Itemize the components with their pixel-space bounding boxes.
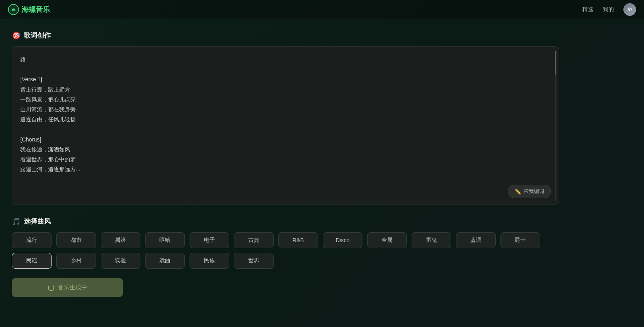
logo-text: 海螺音乐 [21,5,50,14]
genre-btn-蓝调[interactable]: 蓝调 [456,232,496,248]
lyrics-section-icon: 🎯 [12,31,21,40]
genre-btn-古典[interactable]: 古典 [234,232,274,248]
nav-featured[interactable]: 精选 [582,6,593,13]
lyrics-section-title: 歌词创作 [24,31,51,40]
lyrics-section-header: 🎯 歌词创作 [12,31,559,40]
genre-btn-电子[interactable]: 电子 [190,232,229,248]
genre-btn-世界[interactable]: 世界 [234,253,274,269]
top-nav: 精选 我的 Ih [582,3,636,16]
top-bar: 海螺音乐 精选 我的 Ih [0,0,644,19]
svg-point-1 [12,8,15,11]
lyrics-text[interactable]: 路 [Verse 1] 背上行囊，踏上远方 一路风景，把心儿点亮 山川河流，都在… [20,55,551,174]
genre-btn-Disco[interactable]: Disco [323,232,362,248]
genre-btn-雷鬼[interactable]: 雷鬼 [412,232,451,248]
genre-btn-嘻哈[interactable]: 嘻哈 [145,232,185,248]
spinner-icon [48,285,54,291]
genre-btn-民族[interactable]: 民族 [190,253,229,269]
main-content: 🎯 歌词创作 路 [Verse 1] 背上行囊，踏上远方 一路风景，把心儿点亮 … [0,19,571,309]
genre-btn-实验[interactable]: 实验 [101,253,140,269]
genre-btn-戏曲[interactable]: 戏曲 [145,253,185,269]
lyrics-scrollbar-thumb [555,51,556,75]
genre-section-icon: 🎵 [12,217,21,226]
help-lyrics-button[interactable]: ✏️ 帮我编词 [508,185,551,198]
genre-btn-R&B[interactable]: R&B [278,232,318,248]
logo: 海螺音乐 [8,4,50,15]
genre-btn-都市[interactable]: 都市 [56,232,96,248]
genre-section: 🎵 选择曲风 流行都市摇滚嘻哈电子古典R&BDisco金属雷鬼蓝调爵士民谣乡村实… [12,217,559,269]
user-avatar[interactable]: Ih [623,3,636,16]
genre-section-header: 🎵 选择曲风 [12,217,559,226]
genre-btn-流行[interactable]: 流行 [12,232,52,248]
genre-btn-乡村[interactable]: 乡村 [56,253,96,269]
help-icon: ✏️ [515,189,521,195]
logo-icon [8,4,19,15]
genre-btn-爵士[interactable]: 爵士 [500,232,540,248]
lyrics-scrollbar[interactable] [555,51,556,201]
genre-btn-金属[interactable]: 金属 [367,232,407,248]
genre-btn-民谣[interactable]: 民谣 [12,253,52,269]
genre-btn-摇滚[interactable]: 摇滚 [101,232,140,248]
generate-button[interactable]: 音乐生成中 [12,278,123,297]
nav-mine[interactable]: 我的 [603,6,614,13]
help-btn-label: 帮我编词 [523,188,544,195]
genre-grid: 流行都市摇滚嘻哈电子古典R&BDisco金属雷鬼蓝调爵士民谣乡村实验戏曲民族世界 [12,232,559,269]
genre-section-title: 选择曲风 [24,217,51,226]
generate-btn-label: 音乐生成中 [58,284,87,291]
lyrics-container: 路 [Verse 1] 背上行囊，踏上远方 一路风景，把心儿点亮 山川河流，都在… [12,46,559,205]
